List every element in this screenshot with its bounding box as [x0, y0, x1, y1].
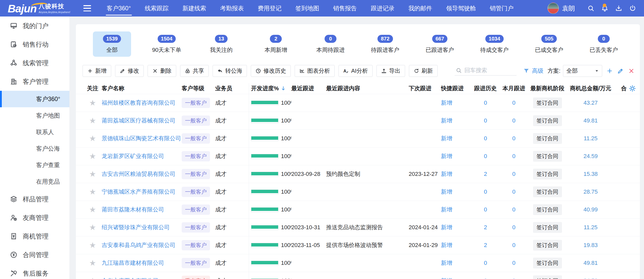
toolbar-button[interactable]: 刷新 — [409, 65, 438, 77]
amount-link[interactable]: 24.59 — [583, 153, 598, 160]
toolbar-button[interactable]: 图表分析 — [295, 65, 335, 77]
table-row[interactable]: ★ 莆田荔城区医疗器械有限公司 一般客户 成才 100% 新增 0 0 签订合同 — [76, 112, 640, 129]
quick-follow-link[interactable]: 新增 — [441, 241, 452, 249]
amount-link[interactable]: 43.27 — [583, 100, 598, 106]
amount-link[interactable]: 49.81 — [583, 260, 598, 266]
top-nav-item[interactable]: 销管门户 — [490, 0, 513, 17]
top-nav-item[interactable]: 费用登记 — [258, 0, 281, 17]
table-row[interactable]: ★ 绍兴诸暨珍珠产业有限公司 一般客户 成才 100% 2023-10-31 推… — [76, 218, 640, 236]
stat-filter[interactable]: 1034 待成交客户 — [475, 31, 513, 57]
sidebar-item[interactable]: 线索管理 — [0, 54, 69, 72]
toolbar-button[interactable]: 修改 — [115, 65, 144, 77]
customer-name-link[interactable]: 宁德蕉城区水产养殖有限公司 — [102, 188, 175, 196]
col-header-quick-follow[interactable]: 快捷跟进 — [441, 85, 471, 92]
search-icon[interactable] — [456, 67, 462, 73]
stat-filter[interactable]: 872 待跟进客户 — [366, 31, 404, 57]
month-count-link[interactable]: 0 — [512, 117, 515, 124]
month-count-link[interactable]: 0 — [512, 171, 515, 177]
table-row[interactable]: ★ 金华永康五金有限公司 重点客户 成才 100% 新增 0 0 签订合同 24 — [76, 272, 640, 279]
star-icon[interactable]: ★ — [89, 99, 96, 107]
table-row[interactable]: ★ 宁德蕉城区水产养殖有限公司 一般客户 成才 100% 新增 0 0 签订合同 — [76, 183, 640, 201]
sidebar-item[interactable]: 合同管理 — [0, 245, 69, 264]
table-row[interactable]: ★ 龙岩新罗区矿业有限公司 一般客户 成才 100% 新增 0 0 签订合同 2 — [76, 147, 640, 165]
quick-follow-link[interactable]: 新增 — [441, 206, 452, 214]
quick-follow-link[interactable]: 新增 — [441, 277, 452, 279]
user-avatar[interactable] — [548, 3, 559, 14]
quick-follow-link[interactable]: 新增 — [441, 135, 452, 142]
star-icon[interactable]: ★ — [89, 188, 96, 196]
search-input[interactable] — [464, 67, 511, 74]
quick-follow-link[interactable]: 新增 — [441, 224, 452, 231]
history-count-link[interactable]: 0 — [484, 100, 487, 106]
toolbar-button[interactable]: A AI分析 — [339, 65, 373, 77]
history-count-link[interactable]: 0 — [484, 260, 487, 266]
table-row[interactable]: ★ 莆田市荔隆木材有限公司 一般客户 成才 100% 新增 0 0 签订合同 4 — [76, 201, 640, 218]
top-nav-item[interactable]: 考勤报表 — [220, 0, 244, 17]
sidebar-item[interactable]: 售后服务 — [0, 264, 69, 279]
stat-filter[interactable]: 2 本周新增 — [257, 31, 295, 57]
history-count-link[interactable]: 2 — [484, 224, 487, 231]
quick-follow-link[interactable]: 新增 — [441, 99, 452, 107]
stat-filter[interactable]: 1539 全部 — [93, 31, 131, 57]
star-icon[interactable]: ★ — [89, 206, 96, 214]
download-icon[interactable] — [615, 5, 622, 12]
top-nav-item[interactable]: 新建线索 — [182, 0, 206, 17]
customer-name-link[interactable]: 福州鼓楼区教育咨询有限公司 — [102, 99, 175, 107]
bell-icon[interactable] — [601, 5, 608, 12]
amount-link[interactable]: 11.25 — [584, 135, 597, 142]
customer-name-link[interactable]: 吉安吉州区粮油贸易有限公司 — [102, 170, 175, 178]
month-count-link[interactable]: 0 — [512, 135, 515, 142]
sidebar-item[interactable]: 销售行动 — [0, 35, 69, 54]
sidebar-item[interactable]: 客户公海 — [0, 140, 69, 157]
quick-follow-link[interactable]: 新增 — [441, 188, 452, 196]
col-header-next-follow[interactable]: 下次跟进 — [409, 85, 441, 92]
history-count-link[interactable]: 0 — [484, 188, 487, 195]
table-row[interactable]: ★ 吉安吉州区粮油贸易有限公司 一般客户 成才 100% 2023-09-28 … — [76, 165, 640, 183]
customer-name-link[interactable]: 吉安泰和县乌鸡产业有限公司 — [102, 241, 175, 249]
amount-link[interactable]: 19.83 — [583, 242, 598, 249]
month-count-link[interactable]: 0 — [512, 224, 515, 231]
col-header-name[interactable]: 客户名称 — [102, 85, 182, 92]
col-header-history[interactable]: 跟进历史 — [471, 85, 500, 92]
month-count-link[interactable]: 0 — [512, 206, 515, 213]
star-icon[interactable]: ★ — [89, 152, 96, 160]
col-header-month[interactable]: 本月跟进 — [500, 85, 527, 92]
sidebar-item[interactable]: 客户360° — [0, 91, 69, 107]
quick-follow-link[interactable]: 新增 — [441, 117, 452, 125]
stat-filter[interactable]: 0 本周待跟进 — [311, 31, 350, 57]
star-icon[interactable]: ★ — [89, 170, 96, 178]
advanced-filter-link[interactable]: 高级 — [532, 67, 543, 75]
month-count-link[interactable]: 0 — [512, 188, 515, 195]
toolbar-button[interactable]: 新增 — [83, 65, 111, 77]
power-icon[interactable] — [629, 5, 636, 12]
star-icon[interactable]: ★ — [89, 241, 96, 249]
col-header-owner[interactable]: 业务员 — [215, 85, 249, 92]
sidebar-item[interactable]: 友商管理 — [0, 208, 69, 227]
sidebar-item[interactable]: 商机管理 — [0, 227, 69, 245]
amount-link[interactable]: 49.81 — [583, 117, 598, 124]
top-nav-item[interactable]: 我的邮件 — [408, 0, 432, 17]
customer-name-link[interactable]: 绍兴诸暨珍珠产业有限公司 — [102, 224, 170, 231]
amount-link[interactable]: 28.75 — [583, 188, 598, 195]
filter-funnel-icon[interactable] — [523, 68, 529, 74]
stat-filter[interactable]: 0 已丢失客户 — [585, 31, 623, 57]
col-header-grade[interactable]: 客户等级 — [182, 85, 215, 92]
history-count-link[interactable]: 2 — [484, 242, 487, 249]
customer-name-link[interactable]: 九江瑞昌市建材有限公司 — [102, 259, 164, 267]
sidebar-item[interactable]: 客户地图 — [0, 107, 69, 124]
history-count-link[interactable]: 0 — [484, 117, 487, 124]
col-header-last-content[interactable]: 最近跟进内容 — [326, 85, 409, 92]
month-count-link[interactable]: 0 — [512, 277, 515, 279]
sidebar-item[interactable]: 样品管理 — [0, 190, 69, 208]
amount-link[interactable]: 11.25 — [584, 224, 597, 231]
customer-name-link[interactable]: 莆田荔城区医疗器械有限公司 — [102, 117, 175, 125]
quick-follow-link[interactable]: 新增 — [441, 259, 452, 267]
table-row[interactable]: ★ 福州鼓楼区教育咨询有限公司 一般客户 成才 100% 新增 0 0 签订合同 — [76, 94, 640, 112]
add-plan-icon[interactable] — [606, 68, 613, 74]
sidebar-item[interactable]: 联系人 — [0, 124, 69, 140]
top-nav-item[interactable]: 线索跟踪 — [145, 0, 168, 17]
top-nav-item[interactable]: 客户360° — [107, 0, 131, 17]
history-count-link[interactable]: 0 — [484, 153, 487, 160]
col-header-star[interactable]: 关注 — [84, 85, 102, 92]
table-row[interactable]: ★ 吉安泰和县乌鸡产业有限公司 一般客户 成才 100% 2023-11-05 … — [76, 236, 640, 254]
